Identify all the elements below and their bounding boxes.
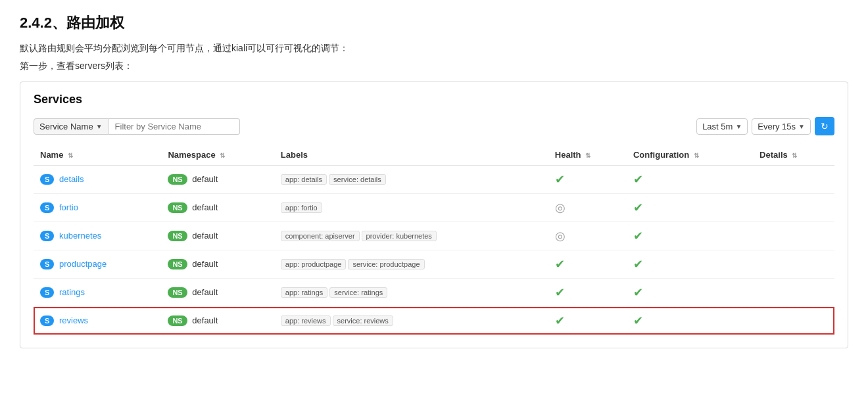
cell-namespace: NS default — [161, 279, 274, 307]
badge-ns: NS — [168, 259, 187, 269]
cell-details — [753, 194, 834, 222]
service-name-link[interactable]: productpage — [59, 259, 107, 269]
cell-health: ✔ — [548, 250, 627, 279]
cell-name: S fortio — [34, 194, 161, 222]
config-ok-icon: ✔ — [633, 258, 643, 271]
cell-health: ✔ — [548, 279, 627, 307]
badge-ns: NS — [168, 174, 187, 185]
label-tag: service: details — [329, 174, 386, 185]
config-ok-icon: ✔ — [633, 229, 643, 243]
services-panel: Services Service Name ▼ Last 5m ▼ Every … — [20, 82, 848, 348]
cell-health: ✔ — [548, 166, 627, 194]
badge-s: S — [40, 287, 54, 298]
badge-s: S — [40, 259, 54, 269]
col-name: Name ⇅ — [34, 145, 161, 166]
refresh-interval-chevron-icon: ▼ — [798, 123, 805, 130]
cell-name: S kubernetes — [34, 222, 161, 250]
service-name-link[interactable]: kubernetes — [59, 231, 101, 241]
cell-configuration: ✔ — [627, 279, 753, 307]
badge-ns: NS — [168, 202, 187, 213]
health-ok-icon: ✔ — [555, 173, 565, 186]
cell-name: S details — [34, 166, 161, 194]
page-title: 2.4.2、路由加权 — [20, 13, 848, 33]
health-ok-icon: ✔ — [555, 286, 565, 299]
label-tag: provider: kubernetes — [362, 231, 437, 241]
cell-health: ✔ — [548, 307, 627, 335]
col-details: Details ⇅ — [753, 145, 834, 166]
toolbar: Service Name ▼ Last 5m ▼ Every 15s ▼ ↻ — [34, 117, 834, 135]
service-name-link[interactable]: reviews — [59, 315, 88, 325]
badge-ns: NS — [168, 287, 187, 298]
cell-details — [753, 279, 834, 307]
cell-details — [753, 222, 834, 250]
panel-title: Services — [34, 93, 834, 106]
cell-details — [753, 166, 834, 194]
badge-ns: NS — [168, 231, 187, 241]
service-name-link[interactable]: details — [59, 174, 84, 184]
health-neutral-icon: ◎ — [555, 229, 566, 243]
label-tag: service: productpage — [348, 259, 424, 269]
cell-configuration: ✔ — [627, 307, 753, 335]
health-ok-icon: ✔ — [555, 258, 565, 271]
chevron-down-icon: ▼ — [96, 123, 103, 130]
cell-labels: component: apiserverprovider: kubernetes — [274, 222, 548, 250]
sort-name-icon[interactable]: ⇅ — [68, 152, 73, 159]
namespace-value: default — [192, 315, 218, 325]
cell-labels: app: reviewsservice: reviews — [274, 307, 548, 335]
col-labels: Labels — [274, 145, 548, 166]
cell-labels: app: detailsservice: details — [274, 166, 548, 194]
time-range-select[interactable]: Last 5m ▼ — [696, 118, 748, 135]
label-tag: app: ratings — [281, 287, 327, 298]
sort-health-icon[interactable]: ⇅ — [585, 152, 591, 159]
badge-s: S — [40, 315, 54, 326]
cell-labels: app: ratingsservice: ratings — [274, 279, 548, 307]
table-header: Name ⇅ Namespace ⇅ Labels Health ⇅ Confi… — [34, 145, 834, 166]
service-name-filter-dropdown[interactable]: Service Name ▼ — [34, 118, 108, 135]
sort-namespace-icon[interactable]: ⇅ — [220, 152, 225, 159]
cell-namespace: NS default — [161, 166, 274, 194]
config-ok-icon: ✔ — [633, 201, 643, 214]
cell-configuration: ✔ — [627, 222, 753, 250]
service-name-link[interactable]: fortio — [59, 202, 78, 212]
namespace-value: default — [192, 259, 218, 269]
badge-s: S — [40, 202, 54, 213]
config-ok-icon: ✔ — [633, 286, 643, 299]
config-ok-icon: ✔ — [633, 314, 643, 327]
label-tag: app: productpage — [281, 259, 347, 269]
cell-namespace: NS default — [161, 222, 274, 250]
filter-dropdown-label: Service Name — [39, 122, 93, 131]
table-row: S productpage NS default app: productpag… — [34, 250, 834, 279]
cell-labels: app: productpageservice: productpage — [274, 250, 548, 279]
health-ok-icon: ✔ — [555, 314, 565, 327]
description: 默认路由规则会平均分配浏览到每个可用节点，通过kiali可以可行可视化的调节： — [20, 41, 848, 55]
sort-config-icon[interactable]: ⇅ — [694, 152, 699, 159]
cell-configuration: ✔ — [627, 250, 753, 279]
sort-details-icon[interactable]: ⇅ — [792, 152, 797, 159]
cell-labels: app: fortio — [274, 194, 548, 222]
cell-namespace: NS default — [161, 194, 274, 222]
label-tag: app: reviews — [281, 315, 331, 326]
badge-ns: NS — [168, 315, 187, 326]
col-configuration: Configuration ⇅ — [627, 145, 753, 166]
cell-details — [753, 307, 834, 335]
step-label: 第一步，查看servers列表： — [20, 60, 848, 72]
cell-name: S ratings — [34, 279, 161, 307]
toolbar-right: Last 5m ▼ Every 15s ▼ ↻ — [696, 117, 834, 135]
label-tag: app: details — [281, 174, 327, 185]
refresh-interval-select[interactable]: Every 15s ▼ — [752, 118, 811, 135]
label-tag: component: apiserver — [281, 231, 360, 241]
cell-name: S reviews — [34, 307, 161, 335]
table-body: S details NS default app: detailsservice… — [34, 166, 834, 335]
col-health: Health ⇅ — [548, 145, 627, 166]
refresh-interval-label: Every 15s — [758, 122, 796, 131]
cell-health: ◎ — [548, 194, 627, 222]
cell-health: ◎ — [548, 222, 627, 250]
filter-by-name-input[interactable] — [108, 118, 240, 135]
label-tag: service: ratings — [329, 287, 387, 298]
service-name-link[interactable]: ratings — [59, 287, 85, 297]
cell-configuration: ✔ — [627, 166, 753, 194]
refresh-button[interactable]: ↻ — [815, 117, 834, 135]
cell-name: S productpage — [34, 250, 161, 279]
toolbar-left: Service Name ▼ — [34, 118, 240, 135]
table-row: S details NS default app: detailsservice… — [34, 166, 834, 194]
